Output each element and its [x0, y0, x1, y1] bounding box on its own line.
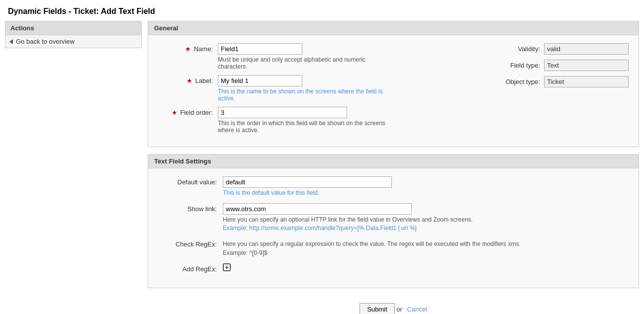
- sidebar: Actions Go back to overview: [5, 21, 142, 314]
- add-regex-icon[interactable]: +: [223, 263, 231, 271]
- general-section-header: General: [148, 21, 639, 35]
- go-back-link[interactable]: Go back to overview: [16, 38, 75, 45]
- page-title: Dynamic Fields - Ticket: Add Text Field: [0, 0, 644, 21]
- label-label: ★ Label:: [158, 75, 218, 84]
- general-left: ★ Name: Must be unique and only accept a…: [158, 43, 475, 139]
- text-field-settings-section: Text Field Settings Default value: This …: [148, 154, 639, 288]
- default-value-field: This is the default value for this field…: [223, 176, 629, 196]
- text-field-settings-content: Default value: This is the default value…: [148, 168, 639, 288]
- object-type-input: [544, 76, 629, 87]
- field-order-label: ★ Field order:: [158, 107, 218, 116]
- label-input[interactable]: [218, 75, 302, 86]
- name-row: ★ Name: Must be unique and only accept a…: [158, 43, 475, 70]
- sidebar-item-go-back[interactable]: Go back to overview: [5, 35, 141, 48]
- field-order-input[interactable]: [218, 107, 347, 118]
- field-order-hint: This is the order in which this field wi…: [218, 120, 387, 134]
- check-regex-row: Check RegEx: Here you can specify a regu…: [158, 238, 629, 256]
- default-value-hint: This is the default value for this field…: [223, 189, 521, 196]
- field-type-label: Field type:: [495, 62, 540, 69]
- label-hint: This is the name to be shown on the scre…: [218, 88, 387, 102]
- check-regex-hint1: Here you can specify a regular expressio…: [223, 238, 521, 247]
- check-regex-field: Here you can specify a regular expressio…: [223, 238, 629, 256]
- label-field: This is the name to be shown on the scre…: [218, 75, 457, 102]
- text-field-settings-header: Text Field Settings: [148, 155, 639, 168]
- cancel-link[interactable]: Cancel: [407, 306, 427, 313]
- arrow-left-icon: [9, 39, 13, 44]
- required-star-label: ★: [186, 77, 192, 84]
- label-row: ★ Label: This is the name to be shown on…: [158, 75, 475, 102]
- show-link-input[interactable]: [223, 203, 412, 215]
- name-field: Must be unique and only accept alphabeti…: [218, 43, 457, 70]
- show-link-label: Show link:: [158, 203, 223, 213]
- show-link-field: Here you can specify an optional HTTP li…: [223, 203, 629, 232]
- name-hint: Must be unique and only accept alphabeti…: [218, 56, 387, 70]
- required-star: ★: [185, 45, 191, 53]
- validity-label: Validity:: [495, 45, 540, 53]
- show-link-hint1: Here you can specify an optional HTTP li…: [223, 216, 521, 223]
- content-area: General ★ Name: Must be unique and only …: [148, 21, 639, 314]
- footer-actions: Submit or Cancel: [148, 295, 639, 314]
- general-right: Validity: Field type: Object type:: [495, 43, 629, 139]
- submit-button[interactable]: Submit: [360, 303, 394, 314]
- show-link-hint2: Example: http://some.example.com/handle?…: [223, 225, 521, 232]
- default-value-row: Default value: This is the default value…: [158, 176, 629, 196]
- name-label: ★ Name:: [158, 43, 218, 53]
- check-regex-hint2: Example: ^[0-9]$: [223, 247, 521, 256]
- name-input[interactable]: [218, 43, 302, 55]
- validity-input[interactable]: [544, 43, 629, 55]
- default-value-input[interactable]: [223, 176, 392, 188]
- show-link-row: Show link: Here you can specify an optio…: [158, 203, 629, 232]
- field-order-field: This is the order in which this field wi…: [218, 107, 457, 134]
- general-section: General ★ Name: Must be unique and only …: [148, 21, 639, 147]
- object-type-label: Object type:: [495, 78, 540, 85]
- add-regex-label: Add RegEx:: [158, 263, 223, 273]
- field-type-row: Field type:: [495, 60, 629, 71]
- add-regex-field: +: [223, 263, 629, 271]
- validity-row: Validity:: [495, 43, 629, 55]
- default-value-label: Default value:: [158, 176, 223, 186]
- field-type-input: [544, 60, 629, 71]
- or-text: or: [396, 306, 404, 313]
- field-order-row: ★ Field order: This is the order in whic…: [158, 107, 475, 134]
- sidebar-header: Actions: [5, 21, 141, 35]
- required-star-order: ★: [172, 109, 178, 116]
- add-regex-row: Add RegEx: +: [158, 263, 629, 273]
- object-type-row: Object type:: [495, 76, 629, 87]
- check-regex-label: Check RegEx:: [158, 238, 223, 248]
